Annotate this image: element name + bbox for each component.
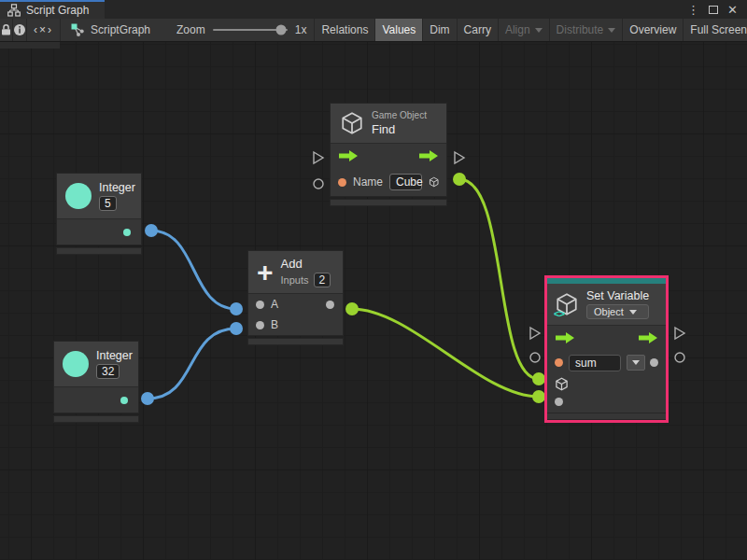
variable-code-icon: <> — [554, 308, 564, 319]
add-icon: + — [257, 261, 274, 284]
game-object-cube-icon — [340, 111, 364, 135]
name-label: Name — [353, 175, 383, 189]
port-setvar-object-input[interactable] — [532, 372, 545, 385]
info-icon — [13, 23, 26, 36]
zoom-label: Zoom — [176, 23, 205, 36]
flow-in-arrow-icon[interactable] — [555, 332, 575, 343]
carry-button[interactable]: Carry — [458, 19, 499, 41]
overview-button[interactable]: Overview — [623, 19, 684, 41]
graph-hierarchy-icon — [7, 4, 21, 17]
maximize-icon[interactable] — [709, 6, 718, 14]
wire-integer32-to-add-b[interactable] — [148, 329, 236, 399]
integer-value-field[interactable]: 32 — [96, 364, 120, 379]
integer-output-port[interactable] — [120, 397, 128, 404]
name-input-port[interactable] — [338, 178, 346, 187]
zoom-control: Zoom 1x — [169, 19, 315, 41]
port-setvar-value-input[interactable] — [532, 390, 545, 403]
variable-name-dropdown-button[interactable] — [627, 355, 645, 371]
script-graph-icon — [70, 22, 85, 37]
gameobject-output-icon[interactable] — [429, 175, 439, 189]
port-setvar-value-out[interactable] — [675, 353, 684, 362]
node-footer — [53, 415, 139, 423]
port-setvar-flow-out[interactable] — [675, 328, 684, 339]
graph-name: ScriptGraph — [91, 23, 150, 36]
variable-scope-dropdown[interactable]: Object — [586, 304, 649, 319]
script-graph-window: Script Graph ⋮ ✕ ‹×› — [0, 0, 747, 560]
node-title: Integer — [99, 181, 135, 194]
info-button[interactable] — [13, 19, 27, 41]
window-menu-icon[interactable]: ⋮ — [687, 4, 699, 16]
caret-down-icon — [629, 310, 637, 315]
wire-integer5-to-add-a[interactable] — [151, 231, 236, 309]
values-button[interactable]: Values — [375, 19, 423, 41]
port-add-output[interactable] — [345, 302, 359, 315]
integer-icon — [63, 351, 89, 377]
node-title: Integer — [96, 349, 133, 362]
port-find-flow-in[interactable] — [314, 152, 323, 163]
node-integer-32[interactable]: Integer 32 — [53, 341, 139, 423]
window-controls: ⋮ ✕ — [678, 0, 747, 19]
node-footer — [247, 338, 344, 345]
object-input-icon[interactable] — [555, 377, 569, 391]
node-footer — [330, 199, 447, 206]
lock-button[interactable] — [0, 19, 13, 41]
node-game-object-find[interactable]: Game Object Find Name Cube — [330, 103, 447, 206]
flow-out-arrow-icon[interactable] — [638, 332, 658, 343]
node-footer — [547, 413, 666, 420]
port-integer32-output[interactable] — [141, 392, 154, 405]
distribute-label: Distribute — [557, 23, 604, 36]
caret-down-icon — [535, 28, 543, 33]
value-output-port[interactable] — [650, 358, 658, 367]
port-find-gameobject-output[interactable] — [453, 173, 466, 186]
node-set-variable[interactable]: <> Set Variable Object — [544, 275, 669, 423]
lock-icon — [0, 23, 12, 36]
align-label: Align — [505, 23, 530, 36]
wire-find-to-setvar-object[interactable] — [459, 179, 539, 379]
distribute-button[interactable]: Distribute — [550, 19, 624, 41]
node-add[interactable]: + Add Inputs 2 A — [247, 250, 344, 345]
align-button[interactable]: Align — [499, 19, 550, 41]
value-input-port[interactable] — [555, 398, 563, 406]
port-find-name-in[interactable] — [314, 179, 323, 189]
toolbar-buttons: Relations Values Dim Carry Align Distrib… — [315, 19, 747, 41]
zoom-slider[interactable] — [213, 29, 288, 31]
code-preview-button[interactable]: ‹×› — [27, 19, 61, 41]
relations-button[interactable]: Relations — [315, 19, 375, 41]
close-icon[interactable]: ✕ — [727, 4, 738, 16]
inputs-count-field[interactable]: 2 — [314, 273, 331, 287]
port-setvar-name-in[interactable] — [530, 353, 540, 362]
wire-add-to-setvar-value[interactable] — [352, 309, 539, 397]
node-footer — [56, 247, 142, 255]
dim-button[interactable]: Dim — [423, 19, 457, 41]
variable-name-port[interactable] — [555, 358, 563, 367]
input-a-label: A — [271, 298, 278, 311]
flow-out-arrow-icon[interactable] — [418, 150, 439, 161]
sum-output-port[interactable] — [326, 301, 334, 309]
port-add-input-b[interactable] — [230, 322, 243, 335]
name-value-field[interactable]: Cube — [389, 174, 422, 190]
caret-down-icon — [632, 360, 640, 365]
node-integer-5[interactable]: Integer 5 — [56, 173, 142, 255]
graph-canvas[interactable]: Integer 5 Integer 32 — [0, 42, 747, 560]
node-category: Game Object — [372, 110, 427, 120]
flow-in-arrow-icon[interactable] — [338, 150, 359, 161]
zoom-value: 1x — [295, 23, 307, 36]
input-b-label: B — [271, 318, 278, 331]
tab-bar-empty — [105, 0, 678, 19]
graph-toolbar: ‹×› ScriptGraph Zoom 1x Relations Values… — [0, 19, 747, 42]
port-add-input-a[interactable] — [230, 302, 243, 315]
tab-script-graph[interactable]: Script Graph — [0, 0, 105, 19]
caret-down-icon — [608, 28, 615, 33]
tab-bar: Script Graph ⋮ ✕ — [0, 0, 747, 19]
port-find-flow-out[interactable] — [455, 152, 464, 163]
variable-name-field[interactable]: sum — [569, 355, 621, 371]
fullscreen-button[interactable]: Full Screen — [684, 19, 747, 41]
graph-breadcrumb[interactable]: ScriptGraph — [61, 19, 160, 41]
zoom-slider-knob[interactable] — [276, 25, 287, 35]
integer-output-port[interactable] — [123, 229, 131, 236]
port-setvar-flow-in[interactable] — [530, 328, 540, 339]
port-integer5-output[interactable] — [145, 224, 158, 237]
input-b-port[interactable] — [256, 321, 264, 329]
integer-value-field[interactable]: 5 — [99, 196, 117, 211]
input-a-port[interactable] — [256, 301, 264, 309]
